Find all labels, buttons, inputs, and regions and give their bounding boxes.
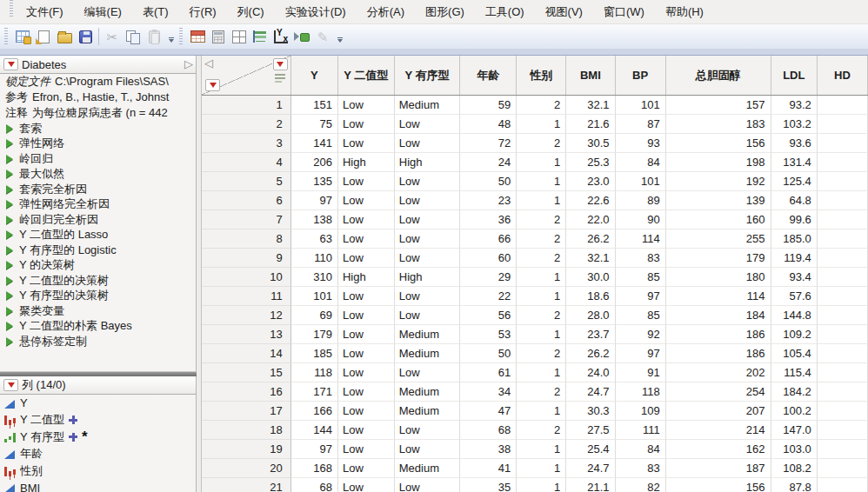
table-cell[interactable]: Low <box>338 325 395 344</box>
table-cell[interactable]: 179 <box>291 325 338 344</box>
column-list-item[interactable]: 年龄 <box>0 446 196 463</box>
table-cell[interactable]: Low <box>395 172 460 191</box>
table-cell[interactable]: 34 <box>460 382 517 402</box>
column-header-1[interactable]: Y <box>291 56 338 95</box>
table-cell[interactable]: 59 <box>460 96 517 115</box>
table-cell[interactable]: 22.0 <box>566 210 615 229</box>
table-cell[interactable]: 168 <box>291 459 338 478</box>
table-cell[interactable]: Medium <box>395 344 460 363</box>
column-header-8[interactable]: 总胆固醇 <box>666 56 771 95</box>
table-cell[interactable]: 139 <box>666 191 771 210</box>
rows-header-red-triangle[interactable] <box>205 79 220 91</box>
row-number[interactable]: 5 <box>202 172 291 191</box>
table-cell[interactable]: 93.2 <box>771 96 818 115</box>
nominal-modeling-type-icon[interactable] <box>3 466 17 476</box>
script-item[interactable]: Y 的决策树 <box>0 258 196 274</box>
table-cell[interactable]: 30.5 <box>566 134 615 153</box>
table-cell[interactable]: 110 <box>291 249 338 268</box>
table-cell[interactable]: 144.8 <box>771 306 818 325</box>
table-cell[interactable]: Low <box>338 459 395 478</box>
row-number[interactable]: 9 <box>202 249 291 268</box>
collapse-panels-icon[interactable]: ◁ <box>204 57 213 70</box>
table-cell[interactable]: Low <box>395 134 460 153</box>
row-number[interactable]: 17 <box>202 402 291 421</box>
table-cell[interactable]: 2 <box>517 249 566 268</box>
table-cell[interactable]: Low <box>338 421 395 440</box>
table-cell[interactable]: 160 <box>666 210 771 229</box>
table-cell[interactable]: 2 <box>517 96 566 115</box>
table-cell[interactable]: 198 <box>666 153 771 172</box>
row-number[interactable]: 12 <box>202 306 291 325</box>
table-cell[interactable]: 179 <box>666 249 771 268</box>
table-cell[interactable]: 30.3 <box>566 402 615 421</box>
table-cell[interactable]: 92 <box>616 325 666 344</box>
table-cell[interactable] <box>818 210 868 229</box>
nominal-modeling-type-icon[interactable] <box>3 415 17 425</box>
table-cell[interactable]: 184 <box>666 306 771 325</box>
continuous-modeling-type-icon[interactable] <box>3 482 17 492</box>
toolbar-grip-1[interactable] <box>4 28 8 45</box>
table-cell[interactable]: 36 <box>460 210 517 229</box>
table-cell[interactable]: 29 <box>460 268 517 287</box>
run-script-icon[interactable] <box>6 307 13 316</box>
table-cell[interactable] <box>818 249 868 268</box>
table-cell[interactable]: 111 <box>616 421 666 440</box>
table-cell[interactable]: Low <box>338 134 395 153</box>
table-cell[interactable]: Low <box>338 191 395 210</box>
table-cell[interactable]: 32.1 <box>566 249 615 268</box>
table-cell[interactable]: 185 <box>291 344 338 363</box>
ordinal-modeling-type-icon[interactable] <box>3 432 17 442</box>
menu-item-2[interactable]: 编辑(E) <box>74 0 132 23</box>
table-cell[interactable]: 85 <box>616 306 666 325</box>
table-cell[interactable]: 202 <box>666 363 771 382</box>
table-cell[interactable]: 131.4 <box>771 153 818 172</box>
table-cell[interactable]: 48 <box>460 115 517 134</box>
table-cell[interactable]: 1 <box>517 402 566 421</box>
table-cell[interactable]: 100.2 <box>771 402 818 421</box>
table-cell[interactable]: 85 <box>616 268 666 287</box>
table-cell[interactable]: High <box>338 153 395 172</box>
rows-list-icon[interactable] <box>275 74 285 83</box>
table-cell[interactable]: 27.5 <box>566 421 615 440</box>
table-cell[interactable]: 47 <box>460 402 517 421</box>
table-cell[interactable] <box>818 325 868 344</box>
table-cell[interactable]: 103.0 <box>771 440 818 459</box>
table-cell[interactable]: 87 <box>616 115 666 134</box>
table-cell[interactable]: 109.2 <box>771 325 818 344</box>
table-cell[interactable]: 254 <box>666 382 771 402</box>
table-cell[interactable]: 1 <box>517 287 566 306</box>
table-cell[interactable]: 26.2 <box>566 229 615 249</box>
table-cell[interactable]: 2 <box>517 421 566 440</box>
table-cell[interactable]: 1 <box>517 191 566 210</box>
table-cell[interactable]: 82 <box>616 478 666 492</box>
continuous-modeling-type-icon[interactable] <box>3 449 17 459</box>
table-cell[interactable]: 162 <box>666 440 771 459</box>
toolbar-overflow-2[interactable] <box>335 27 345 46</box>
table-cell[interactable]: 22.6 <box>566 191 615 210</box>
table-cell[interactable]: 183 <box>666 115 771 134</box>
table-cell[interactable]: 192 <box>666 172 771 191</box>
table-cell[interactable]: 97 <box>291 191 338 210</box>
row-number[interactable]: 7 <box>202 210 291 229</box>
table-cell[interactable]: 138 <box>291 210 338 229</box>
table-cell[interactable]: 157 <box>666 96 771 115</box>
table-cell[interactable]: 50 <box>460 344 517 363</box>
table-cell[interactable]: Low <box>338 382 395 402</box>
table-cell[interactable]: 255 <box>666 229 771 249</box>
row-number[interactable]: 3 <box>202 134 291 153</box>
table-cell[interactable] <box>818 306 868 325</box>
table-cell[interactable] <box>818 153 868 172</box>
column-header-10[interactable]: HD <box>818 56 868 95</box>
continuous-modeling-type-icon[interactable] <box>3 398 17 409</box>
table-cell[interactable]: Low <box>395 115 460 134</box>
row-number[interactable]: 2 <box>202 115 291 134</box>
table-cell[interactable]: Low <box>338 287 395 306</box>
menu-item-9[interactable]: 工具(O) <box>475 0 535 23</box>
table-cell[interactable]: 147.0 <box>771 421 818 440</box>
script-item[interactable]: 岭回归 <box>0 151 196 167</box>
table-cell[interactable]: 156 <box>666 478 771 492</box>
table-cell[interactable]: 1 <box>517 459 566 478</box>
table-cell[interactable] <box>818 382 868 402</box>
table-cell[interactable]: 171 <box>291 382 338 402</box>
table-cell[interactable]: 105.4 <box>771 344 818 363</box>
